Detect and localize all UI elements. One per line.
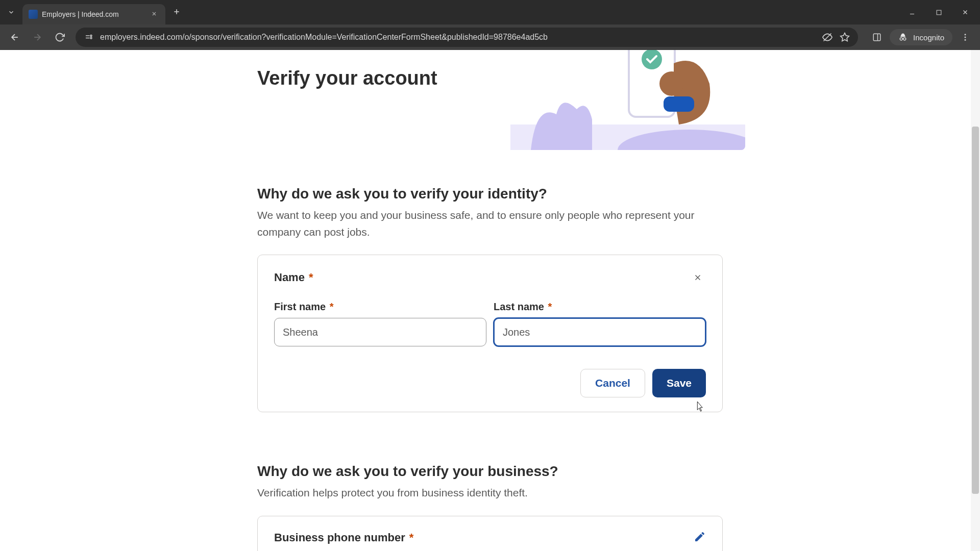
first-name-label: First name * — [274, 301, 334, 313]
url-bar[interactable]: employers.indeed.com/o/sponsor/verificat… — [76, 28, 858, 47]
site-info-icon[interactable] — [83, 31, 95, 43]
window-minimize-button[interactable] — [899, 2, 925, 22]
business-description: Verification helps protect you from busi… — [257, 485, 723, 502]
tracking-protection-icon[interactable] — [821, 31, 834, 43]
save-button[interactable]: Save — [652, 369, 706, 397]
window-maximize-button[interactable] — [926, 2, 951, 22]
phone-card-title: Business phone number * — [274, 531, 413, 544]
close-card-button[interactable] — [690, 269, 706, 286]
identity-description: We want to keep you and your business sa… — [257, 207, 723, 240]
toolbar-right: Incognito — [864, 28, 975, 47]
window-controls — [899, 2, 980, 22]
required-asterisk: * — [545, 301, 552, 312]
svg-point-29 — [659, 71, 684, 96]
business-heading: Why do we ask you to verify your busines… — [257, 463, 723, 480]
phone-card: Business phone number * — [257, 516, 723, 551]
window-close-button[interactable] — [952, 2, 978, 22]
svg-rect-16 — [873, 34, 880, 41]
hero-illustration-icon — [510, 50, 745, 150]
browser-tab-strip: Employers | Indeed.com — [0, 0, 980, 24]
svg-rect-28 — [664, 96, 694, 112]
tab-search-dropdown[interactable] — [0, 0, 22, 24]
required-asterisk: * — [406, 531, 414, 544]
incognito-label: Incognito — [913, 33, 944, 42]
incognito-icon — [898, 32, 908, 42]
nav-back-button[interactable] — [5, 28, 24, 47]
svg-marker-15 — [841, 33, 849, 41]
hero-banner: Verify your account — [235, 50, 745, 150]
cancel-button[interactable]: Cancel — [580, 369, 645, 397]
last-name-input[interactable] — [494, 318, 706, 346]
svg-point-18 — [900, 38, 902, 40]
required-asterisk: * — [327, 301, 333, 312]
browser-toolbar: employers.indeed.com/o/sponsor/verificat… — [0, 24, 980, 50]
scrollbar-track[interactable] — [971, 50, 980, 551]
tab-title: Employers | Indeed.com — [42, 10, 145, 18]
svg-point-12 — [90, 35, 92, 37]
svg-point-22 — [965, 37, 966, 38]
name-card-title: Name * — [274, 271, 313, 284]
url-text: employers.indeed.com/o/sponsor/verificat… — [100, 33, 816, 42]
browser-tab[interactable]: Employers | Indeed.com — [22, 4, 165, 24]
pencil-icon — [694, 531, 706, 543]
last-name-label: Last name * — [494, 301, 552, 313]
edit-phone-button[interactable] — [694, 531, 706, 545]
required-asterisk: * — [306, 271, 313, 284]
svg-point-19 — [903, 38, 906, 40]
first-name-input[interactable] — [274, 318, 486, 346]
identity-heading: Why do we ask you to verify your identit… — [257, 186, 723, 202]
page-title: Verify your account — [235, 67, 437, 89]
nav-reload-button[interactable] — [50, 28, 69, 47]
identity-section: Why do we ask you to verify your identit… — [235, 186, 745, 412]
svg-point-23 — [965, 39, 966, 41]
tab-favicon-icon — [29, 10, 38, 19]
tab-close-button[interactable] — [149, 8, 159, 20]
name-card: Name * First name * — [257, 255, 723, 412]
nav-forward-button[interactable] — [28, 28, 47, 47]
business-section: Why do we ask you to verify your busines… — [235, 463, 745, 551]
page-viewport: Verify your account Why do we ask you to… — [0, 50, 980, 551]
side-panel-button[interactable] — [867, 28, 887, 47]
svg-rect-5 — [937, 10, 941, 15]
close-icon — [693, 273, 702, 282]
svg-point-13 — [90, 37, 92, 39]
bookmark-icon[interactable] — [839, 31, 851, 43]
scrollbar-thumb[interactable] — [972, 127, 979, 494]
svg-point-21 — [965, 34, 966, 35]
browser-menu-button[interactable] — [955, 28, 975, 47]
incognito-indicator[interactable]: Incognito — [890, 29, 952, 45]
new-tab-button[interactable] — [165, 7, 188, 18]
